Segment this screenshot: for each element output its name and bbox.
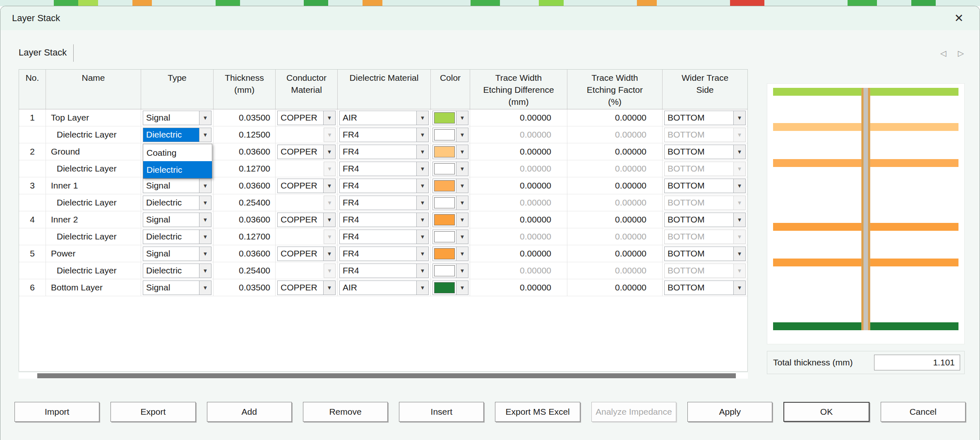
thickness-cell[interactable]: 0.12500 bbox=[214, 126, 276, 143]
chevron-down-icon[interactable]: ▼ bbox=[456, 111, 468, 125]
color-combobox[interactable]: ▼ bbox=[432, 213, 468, 227]
layer-name-cell[interactable]: Bottom Layer bbox=[46, 279, 141, 296]
chevron-down-icon[interactable]: ▼ bbox=[199, 196, 211, 210]
layer-name-cell[interactable]: Dielectric Layer bbox=[46, 126, 141, 143]
dielectric-material-combobox[interactable]: AIR▼ bbox=[339, 280, 429, 295]
color-combobox[interactable]: ▼ bbox=[432, 179, 468, 193]
dielectric-material-combobox[interactable]: FR4▼ bbox=[339, 247, 429, 261]
wider-trace-side-combobox[interactable]: BOTTOM▼ bbox=[664, 247, 746, 261]
horizontal-scrollbar[interactable] bbox=[19, 373, 748, 379]
wider-trace-side-combobox[interactable]: BOTTOM▼ bbox=[664, 213, 746, 227]
layer-name-cell[interactable]: Dielectric Layer bbox=[46, 228, 141, 245]
color-combobox[interactable]: ▼ bbox=[432, 145, 468, 159]
remove-button[interactable]: Remove bbox=[303, 402, 388, 422]
thickness-cell[interactable]: 0.03600 bbox=[214, 143, 276, 160]
etching-difference-cell[interactable]: 0.00000 bbox=[470, 245, 567, 262]
thickness-cell[interactable]: 0.03500 bbox=[214, 279, 276, 296]
dielectric-material-combobox[interactable]: FR4▼ bbox=[339, 162, 429, 176]
type-combobox[interactable]: Signal▼ bbox=[143, 179, 211, 193]
type-combobox[interactable]: Dielectric▼ bbox=[143, 128, 211, 142]
chevron-down-icon[interactable]: ▼ bbox=[416, 230, 428, 244]
chevron-down-icon[interactable]: ▼ bbox=[323, 247, 335, 261]
layer-name-cell[interactable]: Dielectric Layer bbox=[46, 160, 141, 177]
etching-difference-cell[interactable]: 0.00000 bbox=[470, 143, 567, 160]
type-combobox[interactable]: Dielectric▼ bbox=[143, 196, 211, 210]
import-button[interactable]: Import bbox=[14, 402, 99, 422]
chevron-down-icon[interactable]: ▼ bbox=[416, 247, 428, 261]
type-combobox[interactable]: Signal▼ bbox=[143, 247, 211, 261]
dropdown-option-coating[interactable]: Coating bbox=[143, 144, 212, 161]
etching-factor-cell[interactable]: 0.00000 bbox=[567, 177, 663, 194]
thickness-cell[interactable]: 0.03500 bbox=[214, 109, 276, 126]
etching-factor-cell[interactable]: 0.00000 bbox=[567, 245, 663, 262]
dielectric-material-combobox[interactable]: FR4▼ bbox=[339, 230, 429, 244]
conductor-combobox[interactable]: COPPER▼ bbox=[277, 145, 336, 159]
chevron-down-icon[interactable]: ▼ bbox=[456, 247, 468, 261]
wider-trace-side-combobox[interactable]: BOTTOM▼ bbox=[664, 145, 746, 159]
color-combobox[interactable]: ▼ bbox=[432, 196, 468, 210]
chevron-down-icon[interactable]: ▼ bbox=[416, 162, 428, 176]
dielectric-material-combobox[interactable]: AIR▼ bbox=[339, 111, 429, 125]
type-combobox[interactable]: Signal▼ bbox=[143, 280, 211, 295]
chevron-down-icon[interactable]: ▼ bbox=[323, 145, 335, 159]
close-icon[interactable]: ✕ bbox=[950, 12, 968, 25]
dielectric-material-combobox[interactable]: FR4▼ bbox=[339, 196, 429, 210]
chevron-down-icon[interactable]: ▼ bbox=[456, 179, 468, 193]
type-combobox[interactable]: Signal▼ bbox=[143, 111, 211, 125]
type-combobox[interactable]: Signal▼ bbox=[143, 213, 211, 227]
etching-factor-cell[interactable]: 0.00000 bbox=[567, 143, 663, 160]
chevron-down-icon[interactable]: ▼ bbox=[733, 179, 745, 193]
etching-factor-cell[interactable]: 0.00000 bbox=[567, 279, 663, 296]
chevron-down-icon[interactable]: ▼ bbox=[733, 247, 745, 261]
chevron-down-icon[interactable]: ▼ bbox=[733, 281, 745, 295]
chevron-down-icon[interactable]: ▼ bbox=[416, 213, 428, 227]
chevron-down-icon[interactable]: ▼ bbox=[733, 111, 745, 125]
layer-name-cell[interactable]: Dielectric Layer bbox=[46, 262, 141, 279]
dielectric-material-combobox[interactable]: FR4▼ bbox=[339, 213, 429, 227]
thickness-cell[interactable]: 0.03600 bbox=[214, 211, 276, 228]
chevron-down-icon[interactable]: ▼ bbox=[456, 145, 468, 159]
scrollbar-thumb[interactable] bbox=[37, 373, 736, 378]
color-combobox[interactable]: ▼ bbox=[432, 128, 468, 142]
chevron-down-icon[interactable]: ▼ bbox=[199, 247, 211, 261]
conductor-combobox[interactable]: COPPER▼ bbox=[277, 213, 336, 227]
layer-name-cell[interactable]: Ground bbox=[46, 143, 141, 160]
chevron-down-icon[interactable]: ▼ bbox=[456, 264, 468, 278]
layer-name-cell[interactable]: Dielectric Layer bbox=[46, 194, 141, 211]
wider-trace-side-combobox[interactable]: BOTTOM▼ bbox=[664, 179, 746, 193]
color-combobox[interactable]: ▼ bbox=[432, 230, 468, 244]
color-combobox[interactable]: ▼ bbox=[432, 264, 468, 278]
layer-name-cell[interactable]: Inner 1 bbox=[46, 177, 141, 194]
tab-layer-stack[interactable]: Layer Stack bbox=[17, 44, 74, 62]
chevron-down-icon[interactable]: ▼ bbox=[416, 111, 428, 125]
conductor-combobox[interactable]: COPPER▼ bbox=[277, 179, 336, 193]
tab-scroll-left-icon[interactable]: ◁ bbox=[940, 48, 946, 58]
wider-trace-side-combobox[interactable]: BOTTOM▼ bbox=[664, 280, 746, 295]
export-ms-excel-button[interactable]: Export MS Excel bbox=[495, 402, 580, 422]
wider-trace-side-combobox[interactable]: BOTTOM▼ bbox=[664, 111, 746, 125]
layer-name-cell[interactable]: Inner 2 bbox=[46, 211, 141, 228]
dropdown-option-dielectric[interactable]: Dielectric bbox=[143, 161, 212, 178]
chevron-down-icon[interactable]: ▼ bbox=[456, 128, 468, 142]
dielectric-material-combobox[interactable]: FR4▼ bbox=[339, 179, 429, 193]
chevron-down-icon[interactable]: ▼ bbox=[456, 230, 468, 244]
dielectric-material-combobox[interactable]: FR4▼ bbox=[339, 128, 429, 142]
chevron-down-icon[interactable]: ▼ bbox=[456, 281, 468, 295]
conductor-combobox[interactable]: COPPER▼ bbox=[277, 111, 336, 125]
tab-scroll-right-icon[interactable]: ▷ bbox=[958, 48, 964, 58]
chevron-down-icon[interactable]: ▼ bbox=[456, 213, 468, 227]
chevron-down-icon[interactable]: ▼ bbox=[199, 128, 211, 142]
chevron-down-icon[interactable]: ▼ bbox=[323, 213, 335, 227]
insert-button[interactable]: Insert bbox=[399, 402, 484, 422]
thickness-cell[interactable]: 0.03600 bbox=[214, 177, 276, 194]
chevron-down-icon[interactable]: ▼ bbox=[456, 162, 468, 176]
chevron-down-icon[interactable]: ▼ bbox=[199, 179, 211, 193]
type-combobox[interactable]: Dielectric▼ bbox=[143, 230, 211, 244]
chevron-down-icon[interactable]: ▼ bbox=[733, 213, 745, 227]
thickness-cell[interactable]: 0.12700 bbox=[214, 228, 276, 245]
dielectric-material-combobox[interactable]: FR4▼ bbox=[339, 145, 429, 159]
chevron-down-icon[interactable]: ▼ bbox=[199, 264, 211, 278]
layer-name-cell[interactable]: Top Layer bbox=[46, 109, 141, 126]
chevron-down-icon[interactable]: ▼ bbox=[733, 145, 745, 159]
color-combobox[interactable]: ▼ bbox=[432, 111, 468, 125]
